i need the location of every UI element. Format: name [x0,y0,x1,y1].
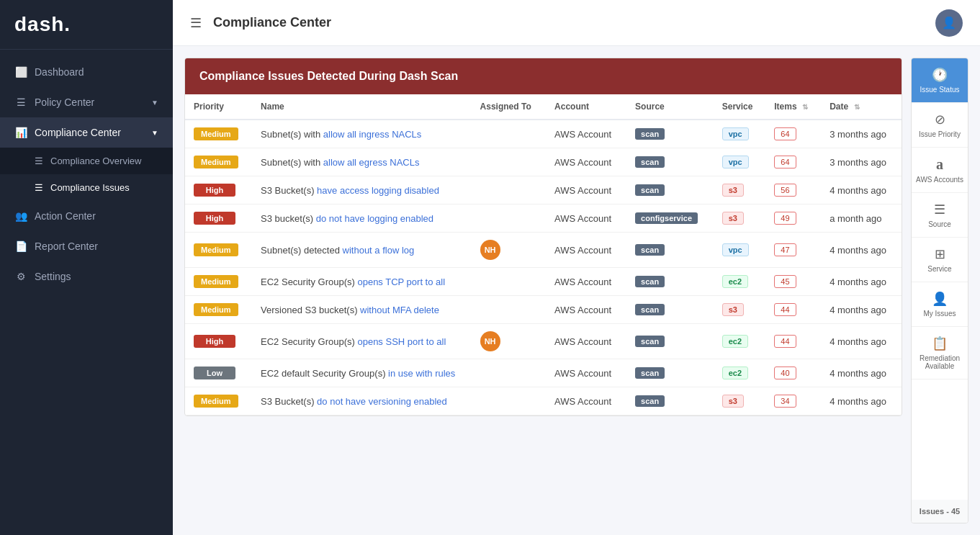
header: ☰ Compliance Center 👤 [173,0,980,46]
priority-badge: Low [194,367,235,379]
service-tag: vpc [722,243,749,256]
cell-date: 4 months ago [821,296,902,324]
sidebar-item-dashboard[interactable]: ⬜ Dashboard [0,57,173,87]
assigned-avatar: NH [480,331,500,351]
table-section: Compliance Issues Detected During Dash S… [184,58,902,523]
sidebar-item-compliance-center[interactable]: 📊 Compliance Center ▼ [0,117,173,148]
table-row[interactable]: HighS3 Bucket(s) have access logging dis… [185,176,902,204]
sidebar-item-compliance-overview[interactable]: ☰ Compliance Overview [0,148,173,174]
service-tag: s3 [722,395,744,408]
table-row[interactable]: HighS3 bucket(s) do not have logging ena… [185,204,902,233]
rp-remediation[interactable]: 📋 Remediation Available [912,327,968,379]
name-text: S3 Bucket(s) do not have versioning enab… [261,396,447,407]
cell-items: 56 [765,176,821,204]
table-row[interactable]: MediumSubnet(s) with allow all egress NA… [185,148,902,176]
rp-my-issues[interactable]: 👤 My Issues [912,282,968,327]
remediation-icon: 📋 [932,336,948,351]
table-row[interactable]: LowEC2 default Security Group(s) in use … [185,359,902,387]
sidebar-item-action-center[interactable]: 👥 Action Center [0,201,173,231]
table-row[interactable]: HighEC2 Security Group(s) opens SSH port… [185,324,902,359]
assigned-avatar: NH [480,240,500,260]
table-row[interactable]: MediumSubnet(s) with allow all ingress N… [185,120,902,148]
cell-assigned [472,204,546,233]
cell-name[interactable]: EC2 Security Group(s) opens TCP port to … [252,268,472,296]
source-tag: scan [635,244,665,256]
compliance-chevron: ▼ [151,129,158,137]
source-tag: scan [635,367,665,379]
rp-issue-status[interactable]: 🕐 Issue Status [912,58,968,103]
cell-name[interactable]: S3 Bucket(s) have access logging disable… [252,176,472,204]
cell-name[interactable]: S3 bucket(s) do not have logging enabled [252,204,472,233]
cell-name[interactable]: EC2 Security Group(s) opens SSH port to … [252,324,472,359]
cell-name[interactable]: Versioned S3 bucket(s) without MFA delet… [252,296,472,324]
rp-issue-priority[interactable]: ⊘ Issue Priority [912,103,968,148]
cell-source: scan [626,359,714,387]
items-count: 47 [774,243,796,256]
cell-service: s3 [714,176,766,204]
col-priority: Priority [185,94,252,120]
cell-account: AWS Account [546,176,626,204]
cell-priority: High [185,324,252,359]
report-icon: 📄 [14,240,27,253]
action-icon: 👥 [14,210,27,222]
table-head: Priority Name Assigned To Account Source… [185,94,902,120]
rp-source-label: Source [928,220,951,228]
sidebar-label-issues: Compliance Issues [50,182,130,193]
sidebar-item-settings[interactable]: ⚙ Settings [0,261,173,292]
name-text: EC2 default Security Group(s) in use wit… [261,368,455,379]
table-row[interactable]: MediumSubnet(s) detected without a flow … [185,233,902,268]
items-count: 64 [774,156,796,168]
cell-account: AWS Account [546,148,626,176]
cell-name[interactable]: Subnet(s) with allow all egress NACLs [252,148,472,176]
sidebar-label-action: Action Center [35,210,158,222]
cell-priority: Medium [185,387,252,415]
items-count: 64 [774,127,796,140]
cell-service: ec2 [714,268,766,296]
settings-icon: ⚙ [14,270,27,283]
name-text: S3 bucket(s) do not have logging enabled [261,213,433,224]
sidebar-item-compliance-issues[interactable]: ☰ Compliance Issues [0,174,173,201]
source-icon: ☰ [934,202,945,217]
items-count: 56 [774,184,796,197]
cell-name[interactable]: Subnet(s) detected without a flow log [252,233,472,268]
cell-date: 4 months ago [821,268,902,296]
source-tag: scan [635,336,665,347]
aws-accounts-icon: a [936,156,943,173]
issues-count: Issues - 45 [912,500,968,523]
sidebar: dash. ⬜ Dashboard ☰ Policy Center ▼ 📊 Co… [0,0,173,535]
cell-items: 64 [765,120,821,148]
priority-badge: Medium [194,156,238,168]
rp-source[interactable]: ☰ Source [912,193,968,238]
content-area: Compliance Issues Detected During Dash S… [173,46,980,535]
table-row[interactable]: MediumVersioned S3 bucket(s) without MFA… [185,296,902,324]
cell-name[interactable]: Subnet(s) with allow all ingress NACLs [252,120,472,148]
cell-assigned [472,387,546,415]
cell-name[interactable]: S3 Bucket(s) do not have versioning enab… [252,387,472,415]
menu-icon[interactable]: ☰ [190,15,202,31]
cell-items: 45 [765,268,821,296]
table-row[interactable]: MediumS3 Bucket(s) do not have versionin… [185,387,902,415]
issues-table: Priority Name Assigned To Account Source… [185,94,902,415]
sidebar-item-policy-center[interactable]: ☰ Policy Center ▼ [0,87,173,117]
compliance-icon: 📊 [14,126,27,139]
cell-account: AWS Account [546,359,626,387]
service-tag: s3 [722,184,744,197]
cell-assigned [472,120,546,148]
cell-account: AWS Account [546,268,626,296]
cell-name[interactable]: EC2 default Security Group(s) in use wit… [252,359,472,387]
sidebar-item-report-center[interactable]: 📄 Report Center [0,231,173,261]
avatar[interactable]: 👤 [935,9,963,37]
table-row[interactable]: MediumEC2 Security Group(s) opens TCP po… [185,268,902,296]
rp-service[interactable]: ⊞ Service [912,238,968,282]
cell-date: 3 months ago [821,120,902,148]
cell-service: s3 [714,296,766,324]
rp-aws-accounts[interactable]: a AWS Accounts [912,148,968,193]
cell-items: 44 [765,296,821,324]
cell-date: 4 months ago [821,176,902,204]
cell-source: scan [626,296,714,324]
policy-icon: ☰ [14,96,27,109]
cell-date: 4 months ago [821,359,902,387]
cell-assigned: NH [472,324,546,359]
cell-priority: Medium [185,120,252,148]
name-text: Subnet(s) detected without a flow log [261,245,414,256]
